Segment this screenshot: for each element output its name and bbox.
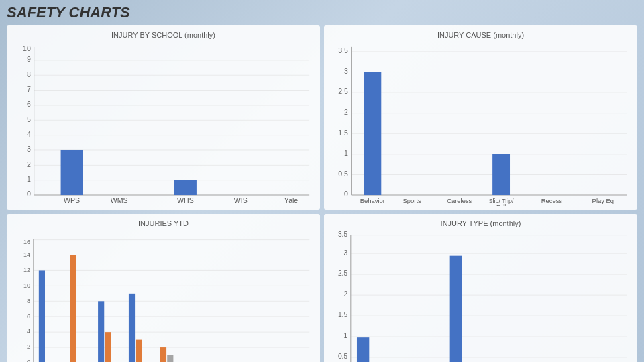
svg-text:0: 0 (27, 359, 30, 362)
svg-text:1.5: 1.5 (338, 129, 348, 137)
svg-text:16: 16 (23, 239, 30, 246)
svg-text:2.5: 2.5 (338, 270, 348, 278)
svg-text:12: 12 (23, 267, 30, 274)
injuries-ytd-title: INJURIES YTD (13, 219, 313, 227)
page-title: SAFETY CHARTS (7, 4, 637, 21)
svg-text:6: 6 (27, 100, 31, 108)
injury-type-card: INJURY TYPE (monthly) 0 0.5 1 1.5 2 2.5 … (324, 214, 637, 362)
svg-text:WIS: WIS (234, 196, 248, 204)
svg-text:Yale: Yale (284, 196, 299, 204)
injury-type-area: 0 0.5 1 1.5 2 2.5 3 3.5 (331, 230, 631, 362)
injury-type-svg: 0 0.5 1 1.5 2 2.5 3 3.5 (331, 230, 631, 362)
svg-text:1: 1 (343, 332, 347, 339)
injuries-ytd-card: INJURIES YTD 0 2 4 6 8 10 12 14 16 (7, 214, 320, 362)
svg-rect-112 (357, 337, 369, 362)
svg-text:3: 3 (344, 67, 348, 75)
injury-cause-title: INJURY CAUSE (monthly) (331, 31, 631, 39)
svg-text:2: 2 (343, 291, 347, 298)
injury-cause-area: 0 0.5 1 1.5 2 2.5 3 3.5 (331, 42, 631, 206)
svg-text:Recess: Recess (541, 197, 563, 204)
svg-text:3.5: 3.5 (338, 46, 348, 54)
svg-text:10: 10 (23, 282, 30, 289)
svg-text:4: 4 (27, 130, 31, 138)
svg-rect-88 (167, 355, 173, 362)
svg-text:4: 4 (27, 328, 30, 335)
svg-text:1.5: 1.5 (338, 312, 348, 319)
main-content: SAFETY CHARTS INJURY BY SCHOOL (monthly)… (0, 0, 644, 358)
svg-text:1: 1 (344, 149, 348, 157)
svg-text:3: 3 (343, 249, 347, 257)
svg-rect-79 (70, 255, 76, 362)
injuries-ytd-area: 0 2 4 6 8 10 12 14 16 (13, 230, 313, 362)
svg-text:3.5: 3.5 (338, 231, 348, 238)
svg-rect-23 (61, 150, 83, 195)
svg-text:2.5: 2.5 (338, 87, 348, 95)
svg-rect-48 (364, 72, 381, 196)
svg-text:2: 2 (344, 108, 348, 116)
svg-rect-84 (129, 294, 135, 362)
svg-rect-116 (450, 256, 462, 362)
injury-cause-card: INJURY CAUSE (monthly) 0 0.5 1 1.5 2 2.5… (324, 25, 637, 210)
svg-rect-81 (98, 301, 104, 362)
svg-rect-82 (105, 332, 111, 362)
svg-text:0.5: 0.5 (338, 353, 348, 360)
svg-rect-87 (160, 347, 166, 362)
injury-by-school-area: 0 1 2 3 4 5 6 7 8 9 10 (13, 42, 313, 206)
injuries-ytd-svg: 0 2 4 6 8 10 12 14 16 (13, 230, 313, 362)
svg-text:1: 1 (27, 175, 31, 183)
svg-text:7: 7 (27, 85, 31, 93)
injury-by-school-title: INJURY BY SCHOOL (monthly) (13, 31, 313, 39)
svg-text:2: 2 (27, 343, 30, 350)
svg-text:6: 6 (27, 313, 30, 320)
svg-text:Play Eq: Play Eq (592, 197, 614, 204)
svg-text:8: 8 (27, 298, 30, 304)
svg-text:9: 9 (27, 55, 31, 63)
svg-text:Sports: Sports (403, 197, 421, 204)
svg-text:8: 8 (27, 70, 31, 78)
svg-text:0.5: 0.5 (338, 170, 348, 178)
svg-text:Fall: Fall (496, 204, 506, 206)
svg-text:WHS: WHS (177, 196, 194, 204)
svg-text:5: 5 (27, 115, 31, 123)
svg-text:WMS: WMS (111, 196, 128, 204)
svg-text:Behavior: Behavior (360, 197, 385, 204)
injury-by-school-svg: 0 1 2 3 4 5 6 7 8 9 10 (13, 42, 313, 206)
injury-cause-svg: 0 0.5 1 1.5 2 2.5 3 3.5 (331, 42, 631, 206)
svg-text:0: 0 (344, 190, 348, 198)
svg-text:2: 2 (27, 160, 31, 168)
svg-rect-85 (136, 340, 142, 362)
charts-grid: INJURY BY SCHOOL (monthly) 0 1 2 3 4 5 6… (7, 25, 637, 354)
svg-text:WPS: WPS (64, 196, 80, 204)
svg-rect-77 (39, 271, 45, 362)
svg-text:3: 3 (27, 145, 31, 153)
svg-text:10: 10 (23, 44, 31, 52)
svg-rect-52 (492, 154, 510, 195)
svg-text:0: 0 (27, 190, 31, 198)
svg-text:Careless: Careless (447, 197, 472, 204)
injury-type-title: INJURY TYPE (monthly) (331, 219, 631, 227)
injury-by-school-card: INJURY BY SCHOOL (monthly) 0 1 2 3 4 5 6… (7, 25, 320, 210)
svg-rect-26 (174, 180, 197, 195)
svg-text:14: 14 (23, 251, 30, 258)
